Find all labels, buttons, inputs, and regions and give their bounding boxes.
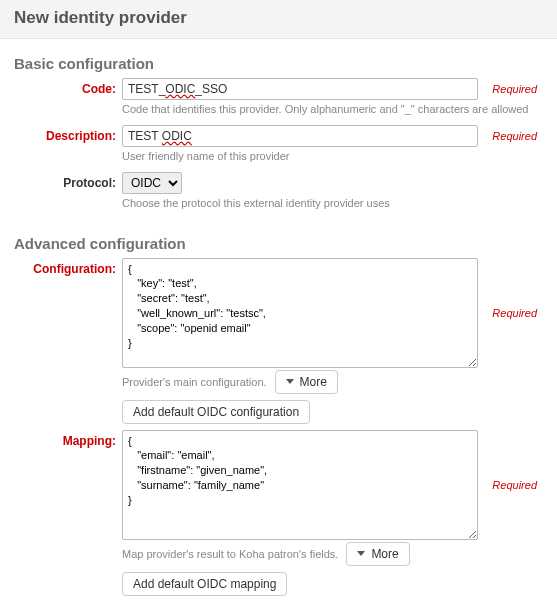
mapping-more-label: More [371, 547, 398, 561]
description-help: User friendly name of this provider [122, 149, 543, 164]
description-input[interactable]: TEST ODIC [122, 125, 478, 147]
page-title: New identity provider [14, 8, 543, 28]
configuration-more-button[interactable]: More [275, 370, 338, 394]
mapping-help: Map provider's result to Koha patron's f… [122, 548, 338, 560]
code-input[interactable]: TEST_ODIC_SSO [122, 78, 478, 100]
mapping-row: Mapping: Required [14, 430, 543, 540]
code-required: Required [492, 83, 543, 95]
basic-config-section: Basic configuration Code: TEST_ODIC_SSO … [0, 39, 557, 211]
mapping-more-button[interactable]: More [346, 542, 409, 566]
configuration-textarea[interactable] [122, 258, 478, 368]
advanced-config-legend: Advanced configuration [14, 235, 543, 252]
code-help: Code that identifies this provider. Only… [122, 102, 543, 117]
page-header: New identity provider [0, 0, 557, 39]
caret-down-icon [357, 551, 365, 556]
configuration-help: Provider's main configuration. [122, 376, 267, 388]
description-label: Description: [14, 125, 122, 143]
add-default-oidc-config-button[interactable]: Add default OIDC configuration [122, 400, 310, 424]
configuration-required: Required [492, 307, 543, 319]
mapping-required: Required [492, 479, 543, 491]
protocol-help: Choose the protocol this external identi… [122, 196, 543, 211]
basic-config-legend: Basic configuration [14, 55, 543, 72]
description-row: Description: TEST ODIC Required [14, 125, 543, 147]
description-required: Required [492, 130, 543, 142]
configuration-row: Configuration: Required [14, 258, 543, 368]
code-row: Code: TEST_ODIC_SSO Required [14, 78, 543, 100]
caret-down-icon [286, 379, 294, 384]
configuration-label: Configuration: [14, 258, 122, 276]
protocol-label: Protocol: [14, 172, 122, 190]
add-default-oidc-mapping-button[interactable]: Add default OIDC mapping [122, 572, 287, 596]
advanced-config-section: Advanced configuration Configuration: Re… [0, 219, 557, 600]
protocol-row: Protocol: OIDC [14, 172, 543, 194]
configuration-more-label: More [300, 375, 327, 389]
protocol-select[interactable]: OIDC [122, 172, 182, 194]
code-label: Code: [14, 78, 122, 96]
mapping-textarea[interactable] [122, 430, 478, 540]
mapping-label: Mapping: [14, 430, 122, 448]
